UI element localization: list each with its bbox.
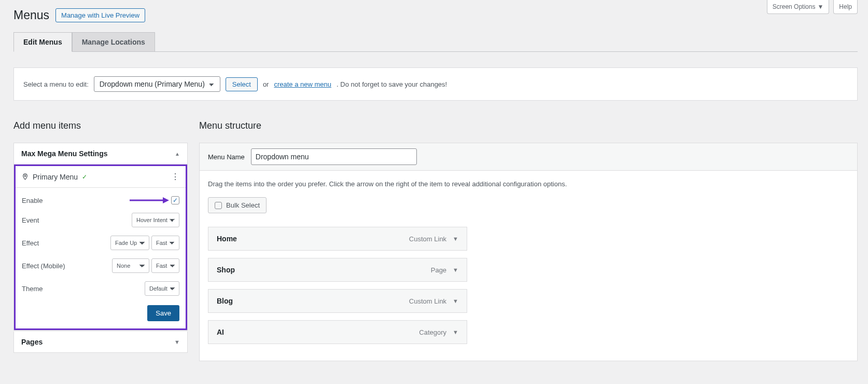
effect-mobile-speed-select[interactable]: Fast	[151, 258, 179, 273]
effect-mobile-select[interactable]: None	[112, 258, 149, 273]
bulk-select-button[interactable]: Bulk Select	[208, 197, 267, 213]
menu-name-input[interactable]	[251, 148, 417, 165]
enable-checkbox[interactable]: ✓	[171, 196, 179, 204]
event-select[interactable]: Hover Intent	[132, 213, 179, 227]
caret-down-icon[interactable]: ▼	[453, 267, 458, 273]
theme-label: Theme	[22, 285, 43, 293]
enable-label: Enable	[22, 197, 43, 204]
or-text: or	[263, 80, 269, 88]
create-menu-link[interactable]: create a new menu	[274, 80, 331, 88]
menu-item[interactable]: AI Category ▼	[208, 320, 467, 344]
menu-item[interactable]: Home Custom Link ▼	[208, 227, 467, 251]
screen-options-label: Screen Options	[773, 3, 816, 10]
mega-menu-settings-title: Max Mega Menu Settings	[21, 149, 107, 158]
save-note: . Do not forget to save your changes!	[337, 80, 447, 88]
menu-item-type: Page	[431, 266, 446, 274]
page-title: Menus	[13, 8, 49, 22]
menu-item-type: Category	[419, 328, 446, 336]
effect-mobile-label: Effect (Mobile)	[22, 262, 65, 270]
caret-down-icon[interactable]: ▼	[453, 236, 458, 242]
check-icon: ✓	[82, 173, 87, 181]
pages-accordion-label: Pages	[21, 338, 43, 346]
effect-select[interactable]: Fade Up	[110, 236, 149, 250]
effect-speed-select[interactable]: Fast	[151, 236, 179, 250]
effect-label: Effect	[22, 239, 39, 247]
menu-item[interactable]: Blog Custom Link ▼	[208, 289, 467, 313]
mega-menu-location-row: Primary Menu ✓ ⋮	[16, 166, 186, 188]
drag-hint: Drag the items into the order you prefer…	[208, 180, 849, 188]
effect-mobile-row: Effect (Mobile) None Fast	[22, 254, 179, 277]
menu-select-bar: Select a menu to edit: Dropdown menu (Pr…	[13, 67, 858, 101]
add-menu-items-heading: Add menu items	[13, 120, 188, 131]
tab-manage-locations[interactable]: Manage Locations	[72, 32, 155, 52]
theme-row: Theme Default	[22, 277, 179, 300]
menu-item-type: Custom Link	[409, 297, 446, 305]
tab-edit-menus[interactable]: Edit Menus	[13, 32, 72, 52]
event-row: Event Hover Intent	[22, 209, 179, 231]
mega-menu-settings-widget: Max Mega Menu Settings ▲ Primary Menu ✓ …	[13, 143, 188, 331]
bulk-select-checkbox-icon	[215, 202, 222, 209]
select-menu-button[interactable]: Select	[226, 77, 258, 91]
menu-item-title: Home	[217, 235, 237, 243]
menu-select-label: Select a menu to edit:	[23, 80, 89, 88]
caret-up-icon: ▲	[175, 151, 180, 157]
mega-menu-settings-body: Primary Menu ✓ ⋮ Enable ✓	[14, 164, 187, 330]
mega-menu-settings-header[interactable]: Max Mega Menu Settings ▲	[14, 143, 187, 164]
caret-down-icon[interactable]: ▼	[453, 298, 458, 304]
menu-item-title: Blog	[217, 297, 233, 305]
svg-marker-2	[163, 197, 169, 203]
enable-row: Enable ✓	[22, 192, 179, 209]
theme-select[interactable]: Default	[145, 281, 179, 296]
save-button[interactable]: Save	[147, 305, 179, 321]
event-label: Event	[22, 216, 39, 224]
menu-structure-heading: Menu structure	[199, 120, 858, 131]
screen-options-button[interactable]: Screen Options ▼	[767, 0, 830, 14]
arrow-right-icon	[130, 197, 169, 204]
bulk-select-label: Bulk Select	[226, 201, 260, 209]
svg-point-0	[24, 175, 26, 177]
menu-item-type: Custom Link	[409, 235, 446, 243]
caret-down-icon: ▼	[174, 339, 180, 345]
pages-accordion[interactable]: Pages ▼	[13, 332, 188, 353]
help-button[interactable]: Help	[833, 0, 858, 14]
effect-row: Effect Fade Up Fast	[22, 231, 179, 254]
kebab-icon[interactable]: ⋮	[171, 172, 179, 182]
caret-down-icon[interactable]: ▼	[453, 329, 458, 335]
caret-down-icon: ▼	[817, 3, 823, 10]
menu-item-title: Shop	[217, 266, 235, 274]
menu-item-title: AI	[217, 328, 224, 336]
menu-structure-panel: Menu Name Drag the items into the order …	[199, 143, 858, 361]
menu-name-label: Menu Name	[208, 153, 245, 161]
menu-items-list: Home Custom Link ▼ Shop Page ▼	[208, 227, 467, 344]
live-preview-button[interactable]: Manage with Live Preview	[55, 8, 145, 22]
pin-icon	[22, 173, 29, 180]
nav-tabs: Edit Menus Manage Locations	[13, 32, 858, 52]
menu-select[interactable]: Dropdown menu (Primary Menu)	[94, 76, 220, 92]
mega-menu-location-label: Primary Menu	[33, 173, 78, 181]
menu-item[interactable]: Shop Page ▼	[208, 258, 467, 282]
